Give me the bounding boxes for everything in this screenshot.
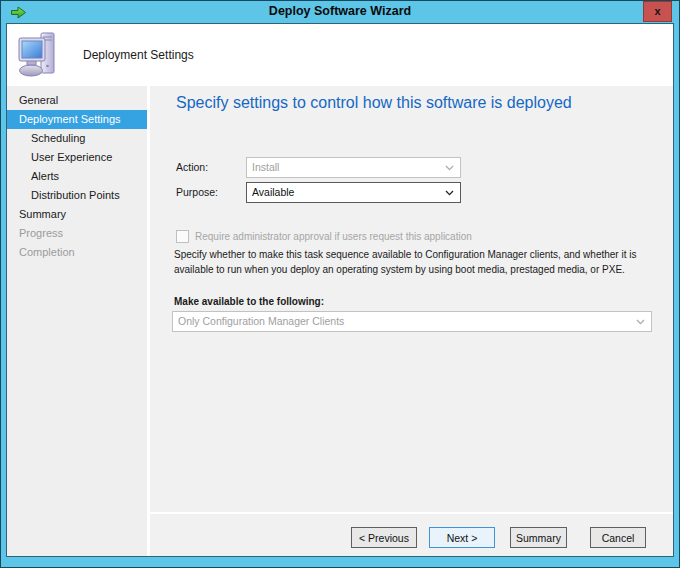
- previous-button[interactable]: < Previous: [351, 527, 417, 548]
- purpose-value: Available: [252, 186, 294, 198]
- sidebar-item-alerts[interactable]: Alerts: [7, 167, 147, 186]
- wizard-frame: Deployment Settings GeneralDeployment Se…: [6, 23, 674, 557]
- window-title: Deploy Software Wizard: [1, 4, 679, 18]
- make-available-value: Only Configuration Manager Clients: [178, 315, 344, 327]
- purpose-dropdown[interactable]: Available: [246, 182, 461, 203]
- computer-icon: [18, 32, 58, 78]
- make-available-dropdown: Only Configuration Manager Clients: [172, 311, 652, 332]
- chevron-down-icon: [445, 165, 454, 171]
- header-step-title: Deployment Settings: [83, 48, 194, 62]
- task-sequence-description: Specify whether to make this task sequen…: [174, 247, 656, 277]
- make-available-label: Make available to the following:: [174, 296, 324, 307]
- sidebar-item-progress: Progress: [7, 224, 147, 243]
- button-bar: < Previous Next > Summary Cancel: [150, 514, 673, 556]
- cancel-button[interactable]: Cancel: [590, 527, 646, 548]
- chevron-down-icon: [636, 319, 645, 325]
- action-value: Install: [252, 161, 279, 173]
- approval-checkbox-label: Require administrator approval if users …: [195, 231, 472, 242]
- sidebar-item-distribution-points[interactable]: Distribution Points: [7, 186, 147, 205]
- deploy-software-wizard-window: Deploy Software Wizard x: [0, 0, 680, 568]
- titlebar: Deploy Software Wizard x: [1, 1, 679, 23]
- sidebar-item-deployment-settings[interactable]: Deployment Settings: [7, 110, 147, 129]
- page-title: Specify settings to control how this sof…: [176, 94, 572, 112]
- deployment-settings-page: Specify settings to control how this sof…: [150, 86, 673, 512]
- sidebar-item-completion: Completion: [7, 243, 147, 262]
- approval-checkbox-row: Require administrator approval if users …: [176, 230, 472, 243]
- sidebar-item-general[interactable]: General: [7, 91, 147, 110]
- action-dropdown: Install: [246, 157, 461, 178]
- wizard-header: Deployment Settings: [7, 24, 673, 86]
- approval-checkbox: [176, 230, 189, 243]
- action-label: Action:: [176, 157, 208, 178]
- close-button[interactable]: x: [643, 1, 672, 22]
- purpose-label: Purpose:: [176, 182, 218, 203]
- summary-button[interactable]: Summary: [510, 527, 567, 548]
- wizard-steps-nav: GeneralDeployment SettingsSchedulingUser…: [7, 86, 147, 556]
- sidebar-item-user-experience[interactable]: User Experience: [7, 148, 147, 167]
- sidebar-item-summary[interactable]: Summary: [7, 205, 147, 224]
- right-column: Specify settings to control how this sof…: [150, 86, 673, 556]
- next-button[interactable]: Next >: [429, 527, 495, 548]
- wizard-body: GeneralDeployment SettingsSchedulingUser…: [7, 86, 673, 556]
- chevron-down-icon: [445, 190, 454, 196]
- sidebar-item-scheduling[interactable]: Scheduling: [7, 129, 147, 148]
